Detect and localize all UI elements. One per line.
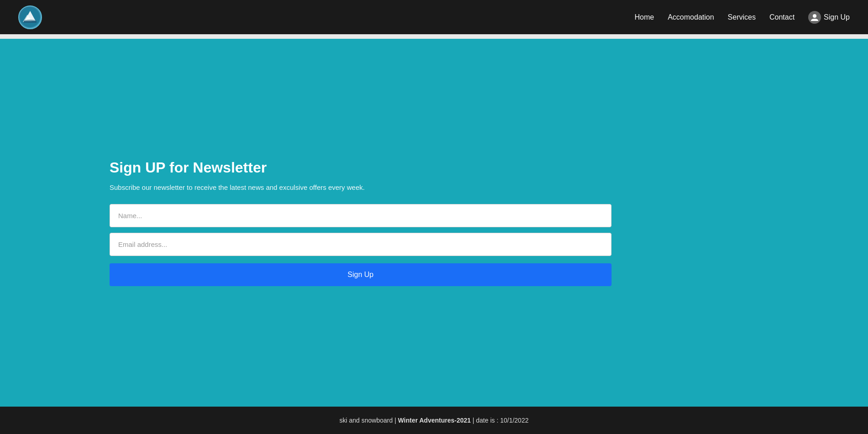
nav-accommodation[interactable]: Accomodation xyxy=(668,13,714,21)
main-nav: Home Accomodation Services Contact Sign … xyxy=(635,11,850,24)
footer-middle: Winter Adventures-2021 xyxy=(398,417,471,424)
nav-home[interactable]: Home xyxy=(635,13,654,21)
logo[interactable] xyxy=(18,5,42,29)
nav-signup[interactable]: Sign Up xyxy=(808,11,850,24)
main-content: Sign UP for Newsletter Subscribe our new… xyxy=(0,39,868,407)
nav-signup-label: Sign Up xyxy=(824,13,850,21)
nav-contact[interactable]: Contact xyxy=(769,13,795,21)
newsletter-subtitle: Subscribe our newsletter to receive the … xyxy=(110,183,612,191)
newsletter-form: Sign Up xyxy=(110,204,612,286)
svg-point-4 xyxy=(24,20,37,22)
name-input[interactable] xyxy=(110,204,612,227)
nav-services[interactable]: Services xyxy=(728,13,756,21)
newsletter-section: Sign UP for Newsletter Subscribe our new… xyxy=(110,159,612,286)
separator-bar xyxy=(0,34,868,39)
logo-circle xyxy=(18,5,42,29)
svg-point-5 xyxy=(813,14,816,18)
site-footer: ski and snowboard | Winter Adventures-20… xyxy=(0,407,868,434)
footer-date-label: date is : xyxy=(476,417,498,424)
signup-button[interactable]: Sign Up xyxy=(110,263,612,286)
footer-sep1: | xyxy=(394,417,398,424)
email-input[interactable] xyxy=(110,233,612,256)
footer-left: ski and snowboard xyxy=(340,417,393,424)
user-icon xyxy=(808,11,821,24)
footer-text: ski and snowboard | Winter Adventures-20… xyxy=(340,417,528,424)
newsletter-title: Sign UP for Newsletter xyxy=(110,159,612,176)
footer-sep2: | xyxy=(472,417,476,424)
footer-date: 10/1/2022 xyxy=(500,417,528,424)
site-header: Home Accomodation Services Contact Sign … xyxy=(0,0,868,34)
